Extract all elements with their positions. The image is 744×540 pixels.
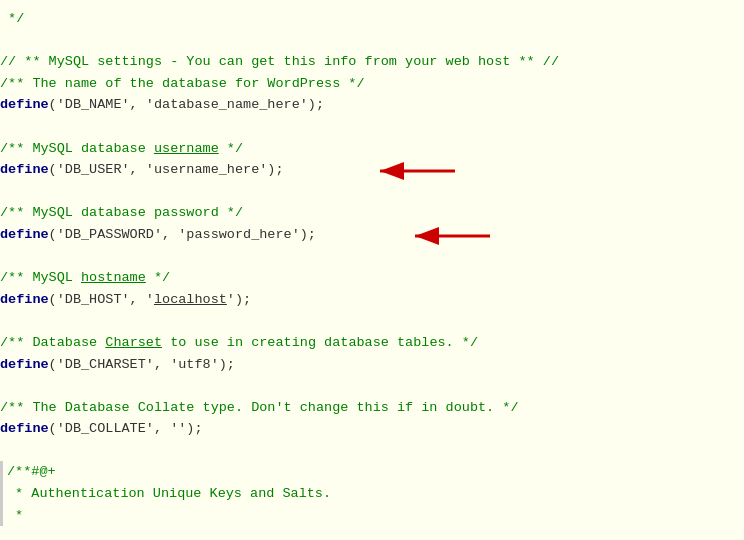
- arrow-icon: [370, 160, 724, 182]
- code-text: define('DB_COLLATE', '');: [0, 418, 736, 440]
- code-line: [0, 375, 744, 397]
- code-line: // ** MySQL settings - You can get this …: [0, 51, 744, 73]
- code-text: define('DB_NAME', 'database_name_here');: [0, 94, 736, 116]
- code-text: [0, 246, 736, 268]
- code-text: /** Database Charset to use in creating …: [0, 332, 736, 354]
- code-line: */: [0, 8, 744, 30]
- code-text: /** The name of the database for WordPre…: [0, 73, 736, 95]
- code-line: define('DB_COLLATE', '');: [0, 418, 744, 440]
- code-text: /** MySQL database password */: [0, 202, 736, 224]
- code-text: [0, 375, 736, 397]
- code-line-db-password: define('DB_PASSWORD', 'password_here');: [0, 224, 744, 246]
- code-text: define('DB_HOST', 'localhost');: [0, 289, 736, 311]
- code-line: *: [0, 505, 744, 527]
- code-line: /** The name of the database for WordPre…: [0, 73, 744, 95]
- code-line: /** MySQL database username */: [0, 138, 744, 160]
- code-text: */: [0, 8, 736, 30]
- code-text: /** MySQL hostname */: [0, 267, 736, 289]
- code-text: define('DB_CHARSET', 'utf8');: [0, 354, 736, 376]
- code-text: [0, 181, 736, 203]
- code-line: /**#@+: [0, 461, 744, 483]
- code-line: /** MySQL hostname */: [0, 267, 744, 289]
- code-line: /** Database Charset to use in creating …: [0, 332, 744, 354]
- code-text: * Authentication Unique Keys and Salts.: [7, 483, 736, 505]
- code-text: /** MySQL database username */: [0, 138, 736, 160]
- code-line: [0, 310, 744, 332]
- code-line: [0, 30, 744, 52]
- code-text: [0, 310, 736, 332]
- code-text: *: [7, 505, 736, 527]
- arrow-icon: [405, 225, 724, 247]
- code-line: * Authentication Unique Keys and Salts.: [0, 483, 744, 505]
- code-line: [0, 181, 744, 203]
- code-editor: */ // ** MySQL settings - You can get th…: [0, 0, 744, 534]
- code-line: /** MySQL database password */: [0, 202, 744, 224]
- code-line: define('DB_CHARSET', 'utf8');: [0, 354, 744, 376]
- code-line: [0, 440, 744, 462]
- code-line: [0, 246, 744, 268]
- code-line: [0, 116, 744, 138]
- code-line: define('DB_NAME', 'database_name_here');: [0, 94, 744, 116]
- code-line: define('DB_HOST', 'localhost');: [0, 289, 744, 311]
- code-text: /** The Database Collate type. Don't cha…: [0, 397, 736, 419]
- code-text: /**#@+: [7, 461, 736, 483]
- code-line-db-user: define('DB_USER', 'username_here');: [0, 159, 744, 181]
- code-line: /** The Database Collate type. Don't cha…: [0, 397, 744, 419]
- code-text: [0, 116, 736, 138]
- code-text: // ** MySQL settings - You can get this …: [0, 51, 736, 73]
- code-text: [0, 440, 736, 462]
- code-text: [0, 30, 736, 52]
